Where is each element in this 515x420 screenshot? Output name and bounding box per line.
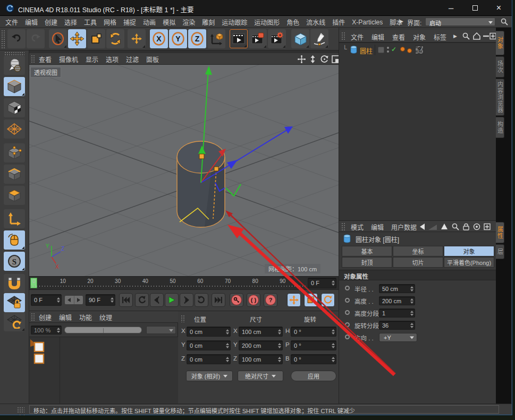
viewport-menu-item[interactable]: 面板 bbox=[146, 55, 159, 64]
menu-item[interactable]: 编辑 bbox=[25, 18, 38, 27]
coord-mode-button[interactable]: 对象 (相对) bbox=[186, 371, 233, 381]
menu-item[interactable]: 创建 bbox=[45, 18, 57, 27]
viewport-menu-item[interactable]: 显示 bbox=[86, 55, 98, 64]
edges-mode-button[interactable] bbox=[4, 165, 25, 184]
material-zoom-field[interactable]: 100 % bbox=[31, 325, 62, 335]
material-list-area[interactable] bbox=[29, 337, 178, 404]
tab-phong[interactable]: 平滑着色(Phong) bbox=[444, 257, 494, 268]
dock-tab-objects[interactable]: 对象 bbox=[496, 31, 504, 55]
viewport-menu-item[interactable]: 摄像机 bbox=[59, 55, 78, 64]
menu-overflow-arrow[interactable]: ▶ bbox=[400, 19, 403, 24]
material-grip[interactable] bbox=[31, 313, 35, 321]
viewport-zoom-icon[interactable] bbox=[309, 55, 316, 63]
size-value-field[interactable]: 100 cm bbox=[239, 327, 283, 337]
object-manager-menu-item[interactable]: 标签 bbox=[434, 32, 446, 41]
cylinder-object-icon[interactable] bbox=[350, 46, 357, 54]
lock-workplane-button[interactable] bbox=[4, 293, 25, 312]
snap-button[interactable]: S bbox=[4, 252, 25, 271]
tab-object[interactable]: 对象 bbox=[444, 246, 494, 256]
lock-icon[interactable] bbox=[463, 223, 469, 230]
object-manager-grip[interactable] bbox=[341, 32, 345, 40]
phong-tag-icon[interactable]: ? bbox=[415, 46, 424, 54]
points-mode-button[interactable] bbox=[4, 143, 25, 162]
texture-mode-button[interactable] bbox=[4, 98, 25, 117]
rot-value-field[interactable]: 0 ° bbox=[291, 340, 336, 350]
menu-item[interactable]: 运动图形 bbox=[254, 18, 280, 27]
menu-item[interactable]: 动画 bbox=[143, 18, 156, 27]
dock-tab-structure[interactable]: 构造 bbox=[496, 117, 504, 138]
range-prev-icon[interactable] bbox=[65, 296, 74, 304]
redo-button[interactable] bbox=[27, 29, 45, 48]
goto-start-button[interactable] bbox=[119, 293, 133, 307]
previous-frame-button[interactable] bbox=[150, 293, 164, 307]
tab-caps[interactable]: 封顶 bbox=[342, 257, 392, 268]
menu-item[interactable]: 插件 bbox=[332, 18, 345, 27]
object-manager-body[interactable]: └ 圆柱 ✓ ? bbox=[339, 42, 496, 220]
viewport-tweak-button[interactable] bbox=[4, 230, 25, 250]
viewport-menu-item[interactable]: 选项 bbox=[106, 55, 119, 64]
search-icon[interactable] bbox=[452, 223, 459, 230]
range-next-icon[interactable] bbox=[74, 296, 83, 304]
menu-item[interactable]: 选择 bbox=[64, 18, 77, 27]
material-zoom-slider[interactable] bbox=[64, 327, 142, 333]
anim-dot[interactable] bbox=[345, 298, 350, 303]
play-backward-button[interactable] bbox=[135, 293, 149, 307]
viewport-menu-item[interactable]: 查看 bbox=[39, 55, 52, 64]
menu-item[interactable]: 运动跟踪 bbox=[222, 18, 247, 27]
orientation-dropdown[interactable]: +Y bbox=[379, 333, 417, 342]
pos-value-field[interactable]: 0 cm bbox=[187, 354, 231, 364]
model-mode-button[interactable] bbox=[4, 77, 25, 96]
up-icon[interactable] bbox=[441, 224, 448, 230]
menu-item[interactable]: 捕捉 bbox=[123, 18, 136, 27]
material-menu-item[interactable]: 编辑 bbox=[59, 313, 72, 322]
view-label[interactable]: 透视视图 bbox=[30, 67, 61, 78]
rotate-tool-button[interactable] bbox=[106, 29, 124, 48]
workplane-mode-button[interactable] bbox=[4, 119, 25, 139]
height-segments-field[interactable]: 1 bbox=[379, 308, 415, 318]
rot-value-field[interactable]: 0 ° bbox=[291, 354, 336, 364]
spinner[interactable] bbox=[57, 297, 60, 303]
key-position-button[interactable] bbox=[287, 293, 301, 307]
planar-workplane-button[interactable] bbox=[4, 312, 25, 331]
rot-value-field[interactable]: 0 ° bbox=[291, 327, 336, 337]
size-mode-button[interactable]: 绝对尺寸 bbox=[238, 371, 283, 381]
viewport-menu-item[interactable]: 过滤 bbox=[126, 55, 139, 64]
axis-mode-button[interactable] bbox=[4, 209, 25, 228]
dock-tab-takes[interactable]: 场次 bbox=[496, 56, 504, 78]
tab-slice[interactable]: 切片 bbox=[393, 257, 443, 268]
anim-dot[interactable] bbox=[345, 335, 350, 339]
range-end-field[interactable]: 90 F bbox=[86, 294, 115, 306]
move-tool-button[interactable] bbox=[68, 29, 86, 48]
menu-item[interactable]: 角色 bbox=[286, 18, 299, 27]
apply-button[interactable]: 应用 bbox=[291, 371, 336, 381]
anim-dot[interactable] bbox=[345, 310, 350, 315]
object-manager-menu-item[interactable]: 查看 bbox=[392, 32, 405, 41]
autokey-button[interactable]: ( ) bbox=[247, 293, 260, 307]
mode-toolbar-grip[interactable] bbox=[4, 52, 24, 55]
attribute-grip[interactable] bbox=[341, 222, 345, 231]
visibility-dot-top[interactable] bbox=[387, 47, 389, 49]
pos-value-field[interactable]: 0 cm bbox=[187, 340, 231, 350]
menu-item[interactable]: 模拟 bbox=[163, 18, 175, 27]
minimize-button[interactable]: ─ bbox=[439, 0, 463, 16]
play-forward-button[interactable] bbox=[195, 293, 208, 307]
material-menu-item[interactable]: 创建 bbox=[39, 313, 52, 322]
add-icon[interactable] bbox=[484, 223, 491, 230]
search-icon[interactable] bbox=[501, 18, 508, 25]
spinner[interactable] bbox=[410, 323, 413, 328]
polygons-mode-button[interactable] bbox=[4, 186, 25, 205]
coordinates-grip[interactable] bbox=[181, 315, 184, 322]
spline-pen-button[interactable] bbox=[310, 29, 328, 48]
menu-item[interactable]: X-Particles bbox=[352, 19, 383, 26]
menu-item[interactable]: 雕刻 bbox=[202, 18, 215, 27]
dock-tab-attributes[interactable]: 属性 bbox=[496, 222, 504, 243]
attribute-menu-item[interactable]: 模式 bbox=[351, 222, 364, 232]
forward-icon[interactable] bbox=[428, 224, 437, 230]
object-name[interactable]: 圆柱 bbox=[360, 46, 373, 55]
primitive-cube-button[interactable] bbox=[291, 29, 309, 48]
timeline-ruler[interactable]: 0102030405060708090 0 F bbox=[29, 276, 339, 289]
anim-dot[interactable] bbox=[345, 286, 350, 290]
attribute-menu-item[interactable]: 编辑 bbox=[371, 222, 384, 232]
record-keyframe-button[interactable] bbox=[230, 293, 243, 307]
remove-icon[interactable] bbox=[483, 32, 489, 40]
